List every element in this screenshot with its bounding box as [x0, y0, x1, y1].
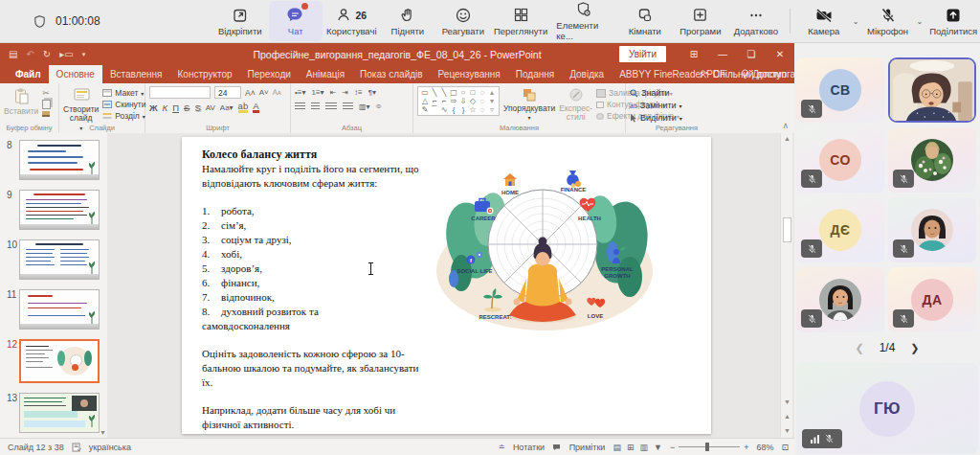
shapes-gallery[interactable]: ▭╲╲▢○□◌▴ △⌐⌐⇨⇩◇◌▾ ✎⌒∿{}☆◌▿	[417, 86, 500, 116]
layout-button[interactable]: Макет▾	[102, 88, 145, 98]
pagination-next-icon[interactable]: ❯	[910, 342, 919, 354]
tab-view[interactable]: Подання	[508, 65, 562, 83]
bold-button[interactable]: Ж	[149, 102, 158, 113]
tab-help[interactable]: Довідка	[562, 65, 612, 83]
notes-button[interactable]: ≐ Нотатки	[499, 443, 545, 452]
text-direction-icon[interactable]: ¶▾	[368, 88, 376, 97]
zoom-slider[interactable]: − +	[670, 443, 749, 452]
sign-in-button[interactable]: Увійти	[619, 46, 666, 62]
tab-insert[interactable]: Вставлення	[102, 65, 170, 83]
slide-sorter-icon[interactable]: ⊞	[627, 443, 635, 452]
align-left-icon[interactable]	[295, 102, 305, 110]
vertical-scrollbar[interactable]: ▲ ▼ ▲ ▼	[780, 133, 792, 438]
smartart-icon[interactable]: ⌯	[376, 102, 382, 111]
font-color-icon[interactable]: A	[253, 102, 258, 113]
align-center-icon[interactable]	[311, 102, 320, 110]
columns-icon[interactable]: ▥▾	[359, 102, 370, 111]
section-button[interactable]: Розділ▾	[102, 111, 145, 121]
tab-slideshow[interactable]: Показ слайдів	[352, 65, 431, 83]
replace-button[interactable]: abЗамінити▾	[630, 101, 724, 110]
slideshow-view-icon[interactable]: ▼	[654, 443, 662, 452]
redo-icon[interactable]: ↻	[43, 50, 51, 59]
char-spacing-icon[interactable]: AV	[206, 103, 215, 112]
highlight-icon[interactable]: ab	[238, 102, 249, 113]
participant-tile[interactable]	[888, 127, 976, 193]
share-button[interactable]: Поділитися	[924, 1, 980, 41]
language-indicator[interactable]: українська	[89, 443, 131, 452]
tab-review[interactable]: Рецензування	[431, 65, 508, 83]
reading-view-icon[interactable]: ▥	[639, 443, 648, 452]
pagination-prev-icon[interactable]: ❮	[855, 342, 863, 354]
participants-button[interactable]: 26 Користувачі	[324, 1, 379, 41]
find-button[interactable]: Знайти	[630, 88, 724, 98]
line-spacing-icon[interactable]: ↕≡	[354, 88, 363, 97]
participant-tile[interactable]	[888, 197, 976, 262]
scrollbar-thumb[interactable]	[783, 217, 791, 242]
meeting-controls-button[interactable]: Елементи ке...	[551, 1, 615, 41]
font-size-input[interactable]: 24	[214, 86, 241, 99]
grow-font-icon[interactable]: A˄	[245, 88, 256, 98]
mic-chevron[interactable]: ⌄	[917, 17, 924, 26]
text-shadow-icon[interactable]: S	[194, 102, 200, 113]
more-button[interactable]: Додатково	[729, 1, 783, 41]
participant-tile-large[interactable]: ГЮ	[796, 363, 978, 454]
format-painter-icon[interactable]	[42, 111, 50, 117]
quick-styles-button[interactable]: Експрес-стилі	[559, 86, 592, 123]
previous-slide-button[interactable]: ▲	[781, 413, 793, 420]
qat-customize-icon[interactable]: ▾	[82, 51, 86, 57]
thumbs-scroll-arrow[interactable]: ▼	[100, 429, 106, 436]
participant-tile-speaking-video[interactable]	[888, 57, 976, 123]
proofing-icon[interactable]	[72, 443, 81, 452]
next-slide-button[interactable]: ▼	[781, 427, 793, 434]
strike-button[interactable]: S	[184, 102, 189, 113]
align-right-icon[interactable]	[325, 102, 337, 110]
clear-format-icon[interactable]: 🗛	[273, 88, 281, 98]
undo-icon[interactable]: ↶	[26, 50, 33, 59]
share-access-button[interactable]: Спільний доступ	[699, 65, 787, 83]
comments-button[interactable]: Примітки	[552, 443, 605, 452]
unpin-button[interactable]: Відкріпити	[213, 1, 267, 41]
cut-icon[interactable]: ✂	[42, 88, 51, 98]
tab-animations[interactable]: Анімація	[299, 65, 352, 83]
camera-button[interactable]: Камера	[797, 1, 851, 41]
increase-indent-icon[interactable]: ⇥	[342, 88, 348, 97]
slide-thumbnail-11[interactable]	[19, 289, 100, 330]
ribbon-options-icon[interactable]: ⊞	[679, 49, 708, 59]
scroll-down-arrow[interactable]: ▼	[781, 398, 793, 405]
justify-icon[interactable]	[343, 102, 353, 110]
italic-button[interactable]: К	[163, 102, 168, 113]
underline-button[interactable]: П	[172, 102, 179, 113]
numbering-icon[interactable]: 1≡▾	[311, 88, 323, 97]
collapse-ribbon-icon[interactable]: ∧	[782, 121, 789, 130]
tab-design[interactable]: Конструктор	[170, 65, 240, 83]
slide-canvas[interactable]: Колесо балансу життя Намалюйте круг і по…	[182, 137, 711, 434]
rooms-button[interactable]: Кімнати	[618, 1, 672, 41]
slide-thumbnail-12[interactable]	[19, 339, 100, 383]
raise-hand-button[interactable]: Підняти	[381, 1, 434, 41]
mic-button[interactable]: Мікрофон	[861, 1, 915, 41]
paste-button[interactable]: Вставити	[4, 86, 38, 116]
participant-tile[interactable]: СВ	[796, 57, 884, 123]
participant-tile[interactable]: ДА	[888, 267, 976, 332]
react-button[interactable]: Реагувати	[436, 1, 490, 41]
slide-thumbnail-9[interactable]	[19, 190, 100, 230]
close-button[interactable]: ✕	[766, 49, 794, 59]
camera-chevron[interactable]: ⌄	[853, 17, 859, 26]
normal-view-icon[interactable]: ▤	[612, 443, 621, 452]
slideshow-icon[interactable]: ▸▭	[59, 50, 73, 59]
restore-button[interactable]: ❏	[737, 49, 766, 59]
apps-button[interactable]: Програми	[674, 1, 727, 41]
participant-tile[interactable]	[796, 267, 884, 332]
participant-tile[interactable]: ДЄ	[796, 197, 884, 262]
tab-transitions[interactable]: Переходи	[240, 65, 299, 83]
copy-icon[interactable]	[42, 100, 51, 109]
zoom-slider-thumb[interactable]	[705, 443, 709, 451]
tab-home[interactable]: Основне	[49, 65, 102, 83]
slide-thumbnail-13[interactable]	[19, 393, 100, 433]
fit-to-window-icon[interactable]: ⊡	[781, 443, 789, 452]
view-button[interactable]: Переглянути	[492, 1, 550, 41]
font-name-input[interactable]	[149, 86, 211, 99]
save-icon[interactable]: ▤	[9, 50, 17, 59]
tab-file[interactable]: Файл	[8, 65, 49, 83]
arrange-button[interactable]: Упорядкувати▾	[503, 86, 555, 122]
